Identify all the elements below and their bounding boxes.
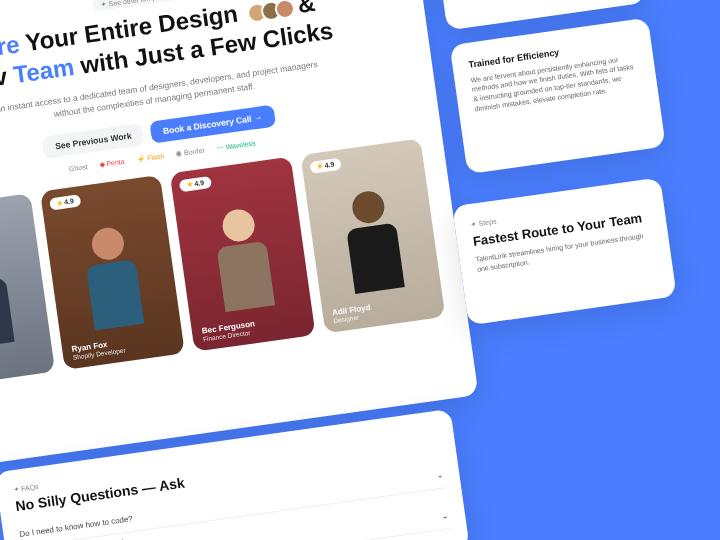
profile-card[interactable]: 4.9Bec FergusonFinance Director <box>170 156 315 351</box>
main-hero-card: TalentLink Steps Statistics Features Too… <box>0 0 479 473</box>
trained-card: Trained for Efficiency We are fervent ab… <box>450 18 666 175</box>
chevron-down-icon: ⌄ <box>441 511 449 521</box>
book-call-button[interactable]: Book a Discovery Call → <box>150 104 276 143</box>
profile-card[interactable]: 4.9Ryan FoxShopify Developer <box>39 174 184 369</box>
profile-card[interactable]: 4.9Adil FloydDesigner <box>300 138 445 333</box>
see-work-button[interactable]: See Previous Work <box>42 122 145 158</box>
route-card: ✦ Steps Fastest Route to Your Team Talen… <box>452 177 677 325</box>
profile-grid: 4.9Isla AndersonMarketing 4.9Ryan FoxSho… <box>0 138 445 388</box>
chevron-down-icon: ⌄ <box>436 470 444 480</box>
